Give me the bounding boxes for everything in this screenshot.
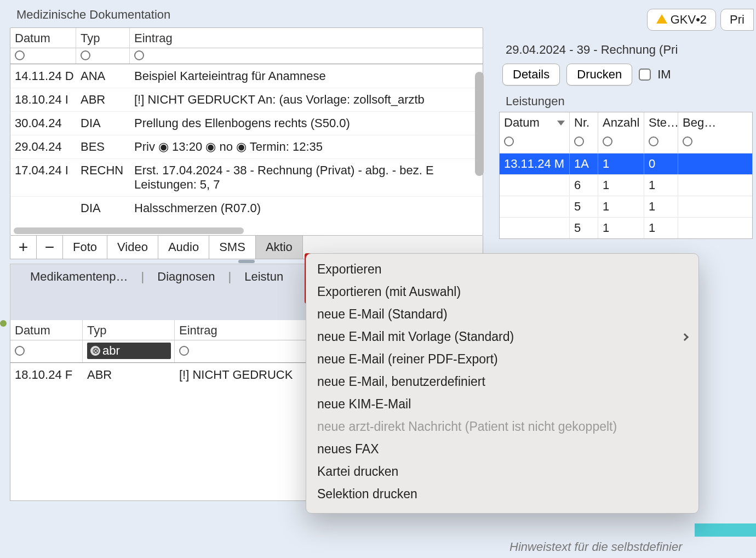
leistungen-header: Datum Nr. Anzahl Ste… Beg…	[500, 112, 752, 133]
details-button[interactable]: Details	[502, 64, 560, 86]
cell-eintrag: Prellung des Ellenbogens rechts (S50.0)	[130, 112, 483, 135]
audio-button[interactable]: Audio	[158, 236, 209, 259]
filter-circle-icon	[134, 50, 144, 60]
menu-item[interactable]: Selektion drucken	[308, 483, 696, 505]
cell-anzahl: 1	[598, 175, 644, 196]
aktion-button[interactable]: Aktio	[256, 236, 303, 259]
leist-filter-ste[interactable]	[644, 133, 678, 153]
drucken-button[interactable]: Drucken	[566, 64, 632, 86]
menu-item[interactable]: neue E-Mail, benutzerdefiniert	[308, 371, 696, 393]
video-button[interactable]: Video	[107, 236, 158, 259]
indicator-dot	[0, 320, 7, 327]
filter-pill-typ[interactable]: ⊗ abr	[87, 343, 171, 359]
table-row[interactable]: 29.04.24BESPriv ◉ 13:20 ◉ no ◉ Termin: 1…	[10, 135, 483, 158]
leist-filter-nr[interactable]	[570, 133, 598, 153]
menu-item[interactable]: neue E-Mail mit Vorlage (Standard)	[308, 326, 696, 348]
filter-circle-icon	[683, 136, 692, 146]
tab-diagnosen[interactable]: Diagnosen	[157, 270, 215, 284]
leist-col-nr[interactable]: Nr.	[570, 112, 598, 133]
menu-item-label: neue KIM-E-Mail	[317, 397, 411, 412]
menu-item[interactable]: neue KIM-E-Mail	[308, 393, 696, 415]
filter-typ[interactable]	[76, 48, 130, 64]
filter-eintrag[interactable]	[130, 48, 483, 64]
foto-button[interactable]: Foto	[63, 236, 107, 259]
cell-typ: ABR	[76, 88, 130, 111]
right-button-row: Details Drucken IM	[496, 60, 756, 91]
leistungen-table: Datum Nr. Anzahl Ste… Beg… 13.11.24 M1A1…	[499, 112, 753, 239]
table-filter-row	[10, 48, 483, 64]
tab-gkv[interactable]: GKV•2	[647, 9, 716, 31]
table-row[interactable]: 511	[500, 196, 752, 217]
cell-datum: 18.10.24 F	[10, 363, 83, 386]
highlight-strip	[695, 523, 756, 537]
lower-col-typ[interactable]: Typ	[83, 320, 175, 340]
table-row[interactable]: 30.04.24DIAPrellung des Ellenbogens rech…	[10, 111, 483, 135]
filter-circle-icon	[179, 346, 189, 356]
cell-ste: 1	[644, 218, 678, 238]
table-header-row: Datum Typ Eintrag	[10, 28, 483, 48]
leistungen-title: Leistungen	[496, 91, 756, 112]
leist-filter-datum[interactable]	[500, 133, 570, 153]
cell-eintrag: Erst. 17.04.2024 - 38 - Rechnung (Privat…	[130, 159, 483, 196]
tab-privat[interactable]: Pri	[720, 9, 754, 31]
cell-datum	[10, 197, 76, 206]
leistungen-filter-row	[500, 133, 752, 153]
leist-col-ste[interactable]: Ste…	[644, 112, 678, 133]
menu-item-label: neue E-Mail (Standard)	[317, 307, 448, 322]
cell-beg	[678, 196, 752, 217]
col-header-eintrag[interactable]: Eintrag	[130, 28, 483, 48]
clear-filter-icon[interactable]: ⊗	[90, 346, 100, 356]
cell-typ: ABR	[83, 363, 175, 386]
lower-filter-datum[interactable]	[10, 340, 83, 362]
tab-leistungen[interactable]: Leistun	[244, 270, 283, 284]
leist-col-beg[interactable]: Beg…	[678, 112, 752, 133]
cell-eintrag: Halsschmerzen (R07.0)	[130, 197, 483, 220]
panel-title: Medizinische Dokumentation	[10, 0, 483, 27]
leist-col-anzahl[interactable]: Anzahl	[598, 112, 644, 133]
table-row[interactable]: 511	[500, 217, 752, 238]
col-header-typ[interactable]: Typ	[76, 28, 130, 48]
cell-beg	[678, 175, 752, 196]
table-row[interactable]: 17.04.24 IRECHNErst. 17.04.2024 - 38 - R…	[10, 158, 483, 196]
filter-datum[interactable]	[10, 48, 76, 64]
table-row[interactable]: DIAHalsschmerzen (R07.0)	[10, 196, 483, 220]
cell-datum: 18.10.24 I	[10, 88, 76, 111]
table-row[interactable]: 18.10.24 IABR[!] NICHT GEDRUCKT An: (aus…	[10, 88, 483, 111]
cell-datum	[500, 218, 570, 238]
horizontal-scrollbar[interactable]	[14, 227, 244, 234]
filter-circle-icon	[504, 136, 514, 146]
cell-datum: 13.11.24 M	[500, 153, 570, 174]
menu-item[interactable]: Exportieren	[308, 258, 696, 281]
menu-item[interactable]: neue E-Mail (Standard)	[308, 303, 696, 326]
leist-col-datum[interactable]: Datum	[500, 112, 570, 133]
lower-col-datum[interactable]: Datum	[10, 320, 83, 340]
right-top-tabs: GKV•2 Pri	[496, 0, 756, 35]
leist-filter-anzahl[interactable]	[598, 133, 644, 153]
menu-item[interactable]: Exportieren (mit Auswahl)	[308, 281, 696, 303]
im-checkbox[interactable]	[639, 69, 651, 81]
add-button[interactable]: +	[10, 236, 37, 259]
col-header-datum[interactable]: Datum	[10, 28, 76, 48]
menu-item-label: Kartei drucken	[317, 464, 398, 479]
cell-ste: 0	[644, 153, 678, 174]
leist-filter-beg[interactable]	[678, 133, 752, 153]
cell-nr: 1A	[570, 153, 598, 174]
tab-medikamentenplan[interactable]: Medikamentenp…	[30, 270, 128, 284]
menu-item[interactable]: neue E-Mail (reiner PDF-Export)	[308, 348, 696, 371]
menu-item[interactable]: Kartei drucken	[308, 460, 696, 483]
menu-item-label: neues FAX	[317, 442, 379, 457]
table-row[interactable]: 611	[500, 174, 752, 196]
vertical-scrollbar[interactable]	[475, 72, 484, 176]
sms-button[interactable]: SMS	[209, 236, 256, 259]
tab-separator: |	[141, 270, 145, 284]
right-panel: GKV•2 Pri 29.04.2024 - 39 - Rechnung (Pr…	[496, 0, 756, 239]
cell-nr: 5	[570, 196, 598, 217]
lower-filter-typ[interactable]: ⊗ abr	[83, 340, 175, 362]
warning-icon	[656, 14, 667, 24]
table-row[interactable]: 13.11.24 M1A10	[500, 153, 752, 174]
table-row[interactable]: 14.11.24 DANABeispiel Karteieintrag für …	[10, 64, 483, 88]
menu-item[interactable]: neues FAX	[308, 438, 696, 460]
cell-eintrag: [!] NICHT GEDRUCKT An: (aus Vorlage: zol…	[130, 88, 483, 111]
tab-pri-label: Pri	[730, 13, 744, 27]
remove-button[interactable]: −	[37, 236, 63, 259]
